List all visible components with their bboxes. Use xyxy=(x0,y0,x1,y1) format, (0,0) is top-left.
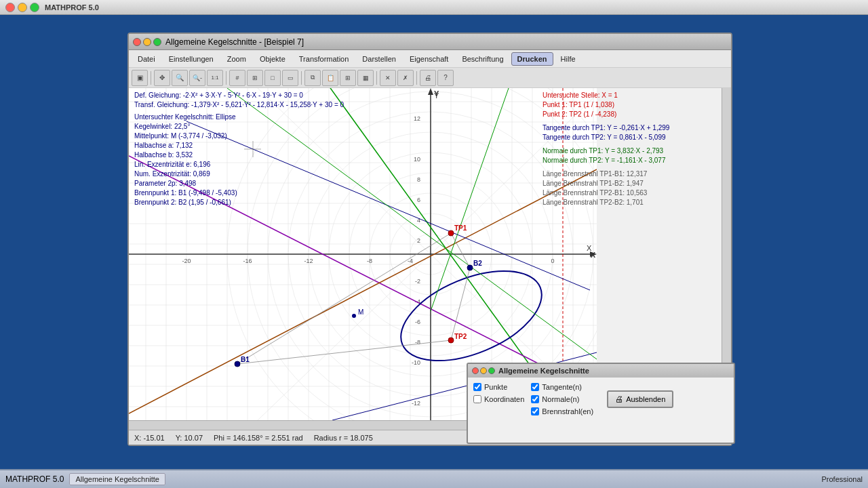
tb-table2[interactable]: ▦ xyxy=(357,70,374,86)
app-title: MATHPROF 5.0 xyxy=(45,3,99,12)
close-btn-outer[interactable] xyxy=(5,3,15,12)
menu-zoom[interactable]: Zoom xyxy=(221,52,252,66)
tb-delete2[interactable]: ✗ xyxy=(397,70,414,86)
tb-box2[interactable]: ▭ xyxy=(282,70,298,86)
svg-point-95 xyxy=(448,230,454,236)
svg-text:-20: -20 xyxy=(182,258,191,264)
svg-point-103 xyxy=(352,314,356,318)
tb-select[interactable]: ▣ xyxy=(132,70,148,86)
info-left-6: Halbachse a: 7,132 xyxy=(134,141,392,150)
taskbar: MATHPROF 5.0 Allgemeine Kegelschnitte Pr… xyxy=(0,469,868,488)
check-normalen[interactable] xyxy=(531,395,539,403)
check-punkte[interactable] xyxy=(473,383,481,391)
tb-fit[interactable]: ⊞ xyxy=(247,70,263,86)
info-left-8: Lin. Exzentrizität e: 6,196 xyxy=(134,160,392,169)
info-right-14: Länge Brennstrahl TP2-B2: 1,701 xyxy=(542,198,726,207)
inner-max-btn[interactable] xyxy=(153,38,161,46)
check-brennstrahlen[interactable] xyxy=(531,407,539,415)
sw-col-2: Tangente(n) Normale(n) Brennstrahl(en) xyxy=(531,383,593,415)
info-right-8: Normale durch TP1: Y = 3,832·X - 2,793 xyxy=(542,146,726,156)
tb-zoom-reset[interactable]: 1:1 xyxy=(207,70,223,86)
menu-hilfe[interactable]: Hilfe xyxy=(555,52,582,66)
checkbox-normalen[interactable]: Normale(n) xyxy=(531,395,593,403)
tb-help[interactable]: ? xyxy=(437,70,454,86)
tb-grid[interactable]: # xyxy=(229,70,245,86)
svg-text:2: 2 xyxy=(417,237,420,244)
svg-text:0: 0 xyxy=(551,258,554,264)
info-left-5: Mittelpunkt: M (-3,774 / -3,032) xyxy=(134,131,392,141)
checkbox-brennstrahlen[interactable]: Brennstrahl(en) xyxy=(531,407,593,415)
taskbar-window-btn[interactable]: Allgemeine Kegelschnitte xyxy=(69,474,165,484)
info-panel-right: Untersuchte Stelle: X = 1 Punkt 1: TP1 (… xyxy=(542,91,726,207)
tb-print[interactable]: 🖨 xyxy=(420,70,436,86)
info-right-1: Untersuchte Stelle: X = 1 xyxy=(542,91,726,100)
status-y: Y: 10.07 xyxy=(176,434,203,442)
info-right-3: Punkt 2: TP2 (1 / -4,238) xyxy=(542,110,726,119)
svg-text:-2: -2 xyxy=(415,278,420,285)
sub-win-controls xyxy=(472,367,495,374)
menu-objekte[interactable]: Objekte xyxy=(254,52,292,66)
svg-point-101 xyxy=(467,265,473,270)
tb-zoom-out[interactable]: 🔍- xyxy=(189,70,205,86)
svg-text:8: 8 xyxy=(417,176,420,183)
info-left-3: Untersuchter Kegelschnitt: Ellipse xyxy=(134,113,392,122)
sw-min[interactable] xyxy=(480,367,487,374)
inner-close-btn[interactable] xyxy=(133,38,141,46)
tb-copy[interactable]: ⧉ xyxy=(304,70,321,86)
sw-close[interactable] xyxy=(472,367,479,374)
check-tangenten[interactable] xyxy=(531,383,539,391)
checkbox-koordinaten[interactable]: Koordinaten xyxy=(473,395,524,403)
menu-eigenschaft[interactable]: Eigenschaft xyxy=(403,52,454,66)
info-right-11: Länge Brennstrahl TP1-B1: 12,317 xyxy=(542,169,726,179)
checkbox-punkte[interactable]: Punkte xyxy=(473,383,524,391)
status-x: X: -15.01 xyxy=(134,434,165,442)
menu-darstellen[interactable]: Darstellen xyxy=(356,52,402,66)
sw-col-3: 🖨 Ausblenden xyxy=(607,383,673,415)
tb-table[interactable]: ⊞ xyxy=(340,70,356,86)
info-left-9: Num. Exzentrizität: 0,869 xyxy=(134,169,392,179)
info-right-6: Tangente durch TP2: Y = 0,861·X - 5,099 xyxy=(542,133,726,142)
info-left-7: Halbachse b: 3,532 xyxy=(134,150,392,160)
sep4 xyxy=(376,71,377,85)
svg-text:TP1: TP1 xyxy=(454,224,467,232)
info-right-2: Punkt 1: TP1 (1 / 1,038) xyxy=(542,100,726,110)
svg-text:B1: B1 xyxy=(241,356,250,363)
max-btn-outer[interactable] xyxy=(30,3,39,12)
check-koordinaten[interactable] xyxy=(473,395,481,403)
menu-transformation[interactable]: Transformation xyxy=(293,52,355,66)
svg-text:12: 12 xyxy=(414,115,420,122)
sub-window-title-text: Allgemeine Kegelschnitte xyxy=(498,367,589,375)
inner-min-btn[interactable] xyxy=(143,38,151,46)
tb-zoom-in[interactable]: 🔍 xyxy=(172,70,188,86)
info-left-11: Brennpunkt 1: B1 (-9,498 / -5,403) xyxy=(134,188,392,198)
menu-beschriftung[interactable]: Beschriftung xyxy=(456,52,509,66)
checkbox-tangenten[interactable]: Tangente(n) xyxy=(531,383,593,391)
tb-move[interactable]: ✥ xyxy=(154,70,170,86)
menu-bar: Datei Einstellungen Zoom Objekte Transfo… xyxy=(129,50,731,68)
svg-text:TP2: TP2 xyxy=(454,333,467,340)
sw-max[interactable] xyxy=(488,367,495,374)
window-controls-inner xyxy=(133,38,161,46)
ausblenden-button[interactable]: 🖨 Ausblenden xyxy=(607,390,673,408)
min-btn-outer[interactable] xyxy=(18,3,27,12)
svg-text:-6: -6 xyxy=(415,319,420,325)
menu-datei[interactable]: Datei xyxy=(132,52,161,66)
menu-einstellungen[interactable]: Einstellungen xyxy=(163,52,220,66)
tb-delete[interactable]: ✕ xyxy=(380,70,396,86)
menu-drucken[interactable]: Drucken xyxy=(511,52,553,66)
svg-point-97 xyxy=(448,338,454,343)
sep3 xyxy=(301,71,302,85)
svg-text:-16: -16 xyxy=(243,258,252,264)
window-controls xyxy=(5,3,39,12)
info-right-9: Normale durch TP2: Y = -1,161·X - 3,077 xyxy=(542,156,726,165)
tb-box[interactable]: □ xyxy=(264,70,281,86)
svg-text:-12: -12 xyxy=(412,400,420,407)
tb-paste[interactable]: 📋 xyxy=(322,70,338,86)
toolbar: ▣ ✥ 🔍 🔍- 1:1 # ⊞ □ ▭ ⧉ 📋 ⊞ ▦ ✕ ✗ 🖨 ? xyxy=(129,68,731,88)
sub-window: Allgemeine Kegelschnitte Punkte Koordina… xyxy=(467,363,735,444)
window-title-bar: Allgemeine Kegelschnitte - [Beispiel 7] xyxy=(129,34,731,50)
sep2 xyxy=(226,71,226,85)
svg-text:M: M xyxy=(358,308,363,316)
svg-text:-8: -8 xyxy=(415,339,420,346)
info-left-10: Parameter 2p: 3,498 xyxy=(134,179,392,188)
